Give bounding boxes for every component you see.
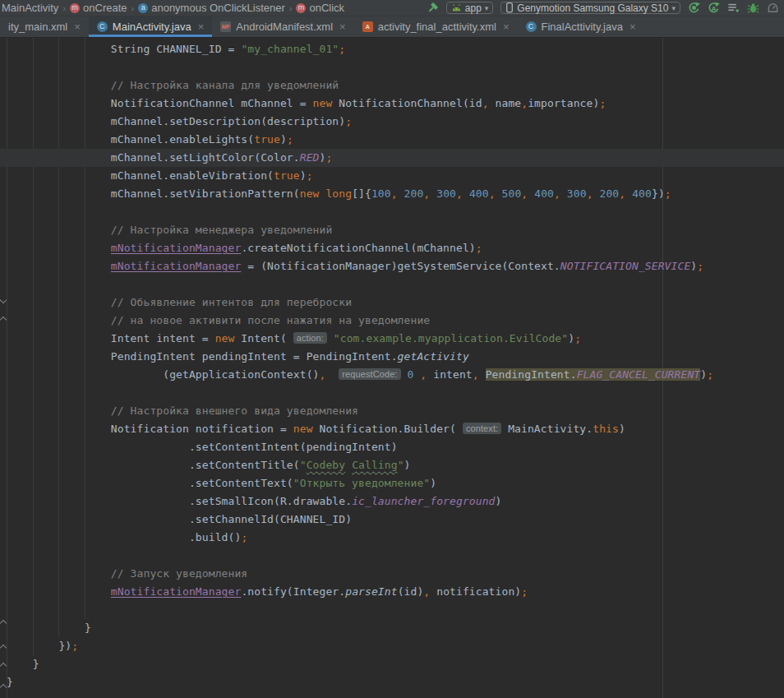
- run-toolbar: app ▾ Genymotion Samsung Galaxy S10 ▾: [427, 2, 779, 14]
- code-line: }: [7, 619, 784, 637]
- code-line: // Настройка внешнего вида уведомления: [7, 402, 784, 420]
- code-line: // на новое активити после нажатия на ув…: [7, 312, 784, 330]
- code-line: .setContentIntent(pendingIntent): [7, 438, 784, 456]
- close-icon[interactable]: ×: [74, 21, 81, 33]
- code-line: .setSmallIcon(R.drawable.ic_launcher_for…: [7, 492, 784, 511]
- tab-label: MainActivity.java: [113, 21, 191, 33]
- breadcrumb-label: MainActivity: [2, 2, 58, 14]
- code-line: NotificationChannel mChannel = new Notif…: [7, 95, 784, 113]
- rerun-icon[interactable]: [688, 2, 700, 14]
- code-line: .setChannelId(CHANNEL_ID): [7, 511, 784, 529]
- code-line: [7, 58, 784, 76]
- breadcrumb-item-oncreate[interactable]: monCreate: [70, 2, 127, 14]
- code-line: .setContentTitle("Codeby Calling"): [7, 456, 784, 474]
- run-configuration-label: app: [465, 2, 482, 14]
- code-line: // Настройка канала для уведомлений: [7, 76, 784, 95]
- main-toolbar: MainActivity›monCreate›aanonymous OnClic…: [0, 0, 784, 16]
- parameter-hint-chip: action:: [293, 332, 327, 344]
- breadcrumb-item-anonymous-onclicklistener[interactable]: aanonymous OnClickListener: [138, 2, 285, 14]
- code-line: Intent intent = new Intent( action: "com…: [7, 330, 784, 348]
- code-line: .setContentText("Открыть уведомление"): [7, 474, 784, 492]
- class-file-icon: C: [97, 21, 108, 32]
- breadcrumb-separator: ›: [62, 3, 66, 13]
- profiler-icon[interactable]: [767, 2, 779, 14]
- parameter-hint-chip: requestCode:: [339, 368, 400, 380]
- breadcrumb-label: anonymous OnClickListener: [151, 2, 285, 14]
- manifest-file-icon: MF: [220, 21, 231, 32]
- phone-icon: [505, 2, 514, 13]
- code-line: mNotificationManager = (NotificationMana…: [7, 257, 784, 275]
- anonymous-class-icon: a: [138, 3, 148, 13]
- code-editor[interactable]: String CHANNEL_ID = "my_channel_01"; // …: [0, 38, 784, 698]
- code-line: PendingIntent pendingIntent = PendingInt…: [7, 348, 784, 366]
- breadcrumb-item-onclick[interactable]: monClick: [296, 2, 344, 14]
- breadcrumb-separator: ›: [289, 3, 293, 13]
- close-icon[interactable]: ×: [339, 21, 346, 33]
- tab-label: activity_final_acttivity.xml: [378, 21, 496, 33]
- chevron-down-icon: ▾: [671, 4, 676, 12]
- run-configuration-select[interactable]: app ▾: [446, 2, 494, 14]
- breadcrumb-separator: ›: [131, 3, 135, 13]
- close-icon[interactable]: ×: [630, 21, 636, 33]
- close-icon[interactable]: ×: [198, 21, 205, 33]
- tab-finalacttivity-java[interactable]: CFinalActtivity.java×: [518, 16, 644, 37]
- code-line: // Настройка менеджера уведомлений: [7, 221, 784, 239]
- code-line: [7, 384, 784, 402]
- tab-mainactivity-java[interactable]: CMainActivity.java×: [89, 16, 212, 37]
- svg-text:A: A: [712, 5, 717, 12]
- code-line: mNotificationManager.notify(Integer.pars…: [7, 583, 784, 601]
- parameter-hint-chip: context:: [463, 423, 501, 434]
- code-line: mChannel.setVibrationPattern(new long[]{…: [7, 185, 784, 203]
- tab-ity-main-xml[interactable]: ity_main.xml×: [0, 16, 89, 37]
- tab-label: AndroidManifest.xml: [236, 21, 333, 33]
- code-line: (getApplicationContext(), requestCode: 0…: [7, 366, 784, 384]
- code-line: [7, 601, 784, 619]
- code-line: // Запуск уведомления: [7, 565, 784, 583]
- breadcrumb-item-mainactivity[interactable]: MainActivity: [2, 2, 58, 14]
- code-line: [7, 203, 784, 221]
- tab-label: ity_main.xml: [8, 21, 67, 33]
- chevron-down-icon: ▾: [485, 4, 489, 12]
- code-line: [7, 547, 784, 565]
- code-line: mChannel.enableLights(true);: [7, 131, 784, 149]
- breadcrumb-label: onClick: [309, 2, 344, 14]
- code-line: [7, 275, 784, 294]
- code-line: mNotificationManager.createNotificationC…: [7, 239, 784, 257]
- android-icon: [451, 3, 462, 12]
- code-line: mChannel.setLightColor(Color.RED);: [0, 149, 784, 167]
- code-area[interactable]: String CHANNEL_ID = "my_channel_01"; // …: [0, 38, 784, 698]
- code-line: mChannel.setDescription(description);: [7, 113, 784, 131]
- method-icon: m: [296, 3, 306, 13]
- breadcrumb: MainActivity›monCreate›aanonymous OnClic…: [2, 2, 427, 14]
- close-icon[interactable]: ×: [503, 21, 510, 33]
- tab-label: FinalActtivity.java: [542, 21, 623, 33]
- code-line: String CHANNEL_ID = "my_channel_01";: [7, 40, 784, 58]
- code-line: Notification notification = new Notifica…: [7, 420, 784, 438]
- apply-code-changes-icon[interactable]: A: [708, 2, 720, 14]
- code-line: });: [7, 637, 784, 655]
- class-file-icon: C: [526, 21, 537, 32]
- code-line: }: [7, 673, 784, 691]
- tab-androidmanifest-xml[interactable]: MFAndroidManifest.xml×: [212, 16, 353, 37]
- editor-tabs: ity_main.xml×CMainActivity.java×MFAndroi…: [0, 16, 784, 38]
- code-line: }: [7, 655, 784, 673]
- method-icon: m: [70, 3, 80, 13]
- code-line: // Обьявление интентов для переброски: [7, 294, 784, 312]
- device-label: Genymotion Samsung Galaxy S10: [517, 2, 668, 14]
- device-select[interactable]: Genymotion Samsung Galaxy S10 ▾: [500, 2, 680, 14]
- attach-debugger-icon[interactable]: [727, 2, 740, 14]
- code-line: mChannel.enableVibration(true);: [7, 167, 784, 185]
- ide-window: MainActivity›monCreate›aanonymous OnClic…: [0, 0, 784, 698]
- breadcrumb-label: onCreate: [83, 2, 127, 14]
- debug-icon[interactable]: [747, 2, 759, 14]
- code-line: .build();: [7, 529, 784, 547]
- build-hammer-icon[interactable]: [427, 2, 439, 14]
- layout-file-icon: A: [362, 21, 373, 32]
- tab-activity-final-acttivity-xml[interactable]: Aactivity_final_acttivity.xml×: [354, 16, 518, 37]
